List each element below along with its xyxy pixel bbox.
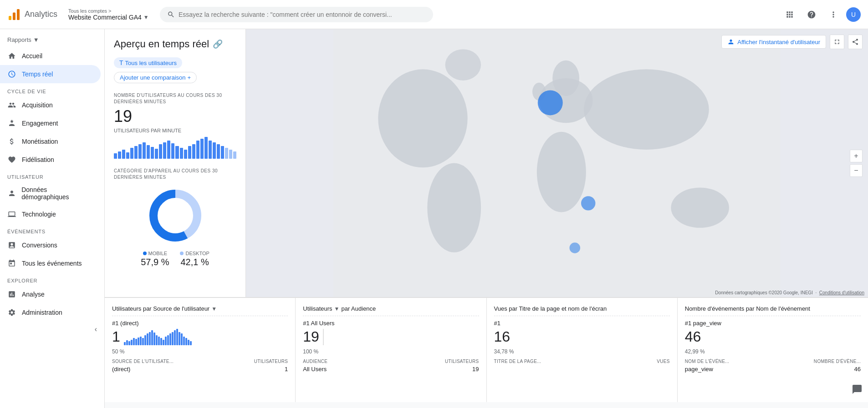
- feedback-button[interactable]: [852, 384, 863, 397]
- sidebar-item-conversions[interactable]: Conversions: [0, 236, 101, 254]
- filter-bar: T Tous les utilisateurs Ajouter une comp…: [114, 57, 236, 83]
- card-cols-source: SOURCE DE L'UTILISATE... UTILISATEURS: [112, 359, 288, 364]
- mobile-label: MOBILE: [148, 251, 168, 256]
- bar-9: [151, 147, 154, 159]
- rank-number-source: 1: [112, 328, 120, 345]
- sidebar-item-technologie[interactable]: Technologie: [0, 205, 101, 223]
- mini-bar-10: [147, 333, 148, 345]
- account-selector[interactable]: Tous les comptes > Website Commercial GA…: [65, 6, 153, 23]
- mini-bar-21: [172, 332, 174, 345]
- bar-18: [188, 146, 191, 159]
- rank-number-audience: 19: [303, 328, 319, 345]
- card-events: Nombre d'événements par Nom de l'événeme…: [678, 298, 868, 402]
- users-30min-section: NOMBRE D'UTILISATEURS AU COURS DES 30 DE…: [114, 92, 236, 159]
- mini-bar-26: [183, 337, 185, 345]
- rank-1-page: #1: [494, 320, 670, 327]
- col-label-source2: UTILISATEURS: [254, 359, 288, 364]
- col-label-events2: NOMBRE D'ÉVÈNE...: [814, 359, 861, 364]
- mini-bar-1: [126, 340, 128, 345]
- filter-pill-all-users[interactable]: T Tous les utilisateurs: [114, 57, 182, 68]
- bar-28: [229, 150, 232, 159]
- sidebar-item-fidelisation[interactable]: Fidélisation: [0, 151, 101, 169]
- card-dropdown-icon-2[interactable]: ▼: [334, 306, 340, 312]
- fullscreen-button[interactable]: [830, 35, 844, 49]
- mini-bar-8: [142, 338, 144, 345]
- zoom-out-button[interactable]: −: [850, 164, 863, 177]
- help-button[interactable]: [802, 5, 821, 24]
- sidebar: Rapports ▼ Accueil Temps réel CYCLE DE V…: [0, 29, 105, 408]
- sidebar-item-engagement[interactable]: Engagement: [0, 114, 101, 132]
- admin-icon: [7, 308, 16, 317]
- card-cols-events: NOM DE L'ÉVÉNE... NOMBRE D'ÉVÈNE...: [685, 359, 861, 364]
- mini-bar-2: [128, 341, 130, 345]
- bar-6: [138, 144, 142, 159]
- realtime-link-icon[interactable]: 🔗: [213, 39, 223, 49]
- bar-27: [225, 148, 228, 159]
- sidebar-item-accueil[interactable]: Accueil: [0, 47, 101, 65]
- zoom-in-button[interactable]: +: [850, 150, 863, 162]
- main-content: Aperçu en temps réel 🔗 T Tous les utilis…: [105, 29, 868, 408]
- add-comparison-label: Ajouter une comparaison: [120, 74, 186, 81]
- snapshot-button[interactable]: Afficher l'instantané d'utilisateur: [721, 35, 826, 49]
- sidebar-item-monetisation[interactable]: Monétisation: [0, 132, 101, 151]
- rank-value-row-audience: 19: [303, 328, 479, 345]
- collapse-sidebar-button[interactable]: ‹: [0, 322, 104, 337]
- mini-bar-5: [135, 339, 137, 345]
- sidebar-item-acquisition[interactable]: Acquisition: [0, 96, 101, 114]
- section-explorer: EXPLORER: [0, 272, 104, 285]
- col-label-source1: SOURCE DE L'UTILISATE...: [112, 359, 174, 364]
- mini-bar-17: [163, 340, 164, 345]
- reports-header[interactable]: Rapports ▼: [0, 33, 104, 47]
- demographics-icon: [7, 189, 16, 198]
- sidebar-item-label: Technologie: [22, 211, 56, 218]
- filter-all-users-label: Tous les utilisateurs: [125, 60, 177, 66]
- bar-14: [171, 143, 174, 159]
- map-terms[interactable]: Conditions d'utilisation: [819, 290, 864, 295]
- sidebar-item-demographics[interactable]: Données démographiques: [0, 181, 101, 205]
- analyse-icon: [7, 290, 16, 299]
- col-label-events1: NOM DE L'ÉVÉNE...: [685, 359, 730, 364]
- search-input[interactable]: [179, 11, 426, 18]
- share-button[interactable]: [848, 35, 863, 49]
- sidebar-item-administration[interactable]: Administration: [0, 303, 101, 322]
- chevron-down-icon: ▼: [143, 14, 149, 20]
- mini-bar-20: [169, 333, 171, 345]
- users-30min-label: NOMBRE D'UTILISATEURS AU COURS DES 30 DE…: [114, 92, 236, 105]
- mini-bar-27: [185, 338, 187, 345]
- add-comparison-button[interactable]: Ajouter une comparaison +: [114, 72, 197, 83]
- account-breadcrumb: Tous les comptes >: [68, 8, 149, 14]
- snapshot-label: Afficher l'instantané d'utilisateur: [737, 39, 820, 45]
- realtime-icon: [7, 70, 16, 79]
- section-evenements: ÉVÉNEMENTS: [0, 223, 104, 236]
- mini-bar-25: [181, 333, 183, 345]
- map-top-bar: Afficher l'instantané d'utilisateur: [721, 35, 863, 49]
- desktop-percent: 42,1 %: [180, 257, 209, 267]
- svg-point-17: [569, 242, 580, 253]
- map-zoom-controls: + −: [850, 150, 863, 177]
- desktop-dot: [180, 252, 184, 255]
- collapse-icon: ‹: [95, 325, 97, 333]
- section-utilisateur: UTILISATEUR: [0, 169, 104, 181]
- apps-button[interactable]: [781, 5, 799, 24]
- bar-11: [159, 144, 162, 159]
- rank-number-events: 46: [685, 328, 701, 345]
- sidebar-item-analyse[interactable]: Analyse: [0, 285, 101, 303]
- bar-3: [126, 152, 129, 159]
- search-bar[interactable]: [160, 7, 433, 22]
- col-val-source-users: 1: [285, 366, 288, 373]
- more-options-button[interactable]: [824, 5, 842, 24]
- map-attribution: Données cartographiques ©2020 Google, IN…: [715, 290, 813, 295]
- users-count: 19: [114, 107, 236, 126]
- sidebar-item-temps-reel[interactable]: Temps réel: [0, 65, 101, 83]
- col-row-events: page_view 46: [685, 366, 861, 373]
- mini-bar-18: [165, 337, 167, 345]
- svg-rect-2: [17, 9, 20, 20]
- avatar[interactable]: U: [846, 7, 861, 22]
- bar-1: [118, 151, 121, 159]
- rank-percent-audience: 100 %: [303, 348, 318, 355]
- conversions-icon: [7, 241, 16, 250]
- account-name: Website Commercial GA4 ▼: [68, 14, 149, 21]
- sidebar-item-tous-evenements[interactable]: Tous les événements: [0, 254, 101, 272]
- card-dropdown-icon[interactable]: ▼: [211, 306, 217, 312]
- header-actions: U: [781, 5, 861, 24]
